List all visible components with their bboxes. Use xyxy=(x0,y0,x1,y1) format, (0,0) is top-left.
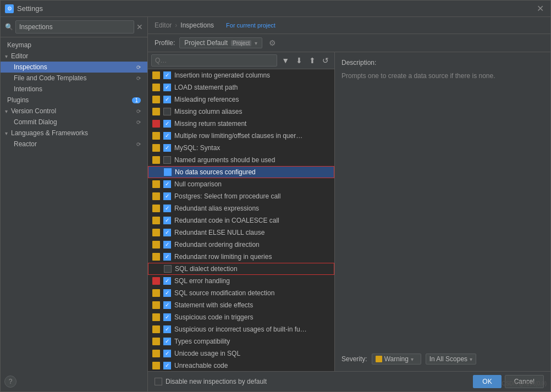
list-item[interactable]: ✓ Postgres: Select from procedure call xyxy=(148,190,334,202)
sidebar-item-reactor[interactable]: Reactor ⟳ xyxy=(1,139,147,150)
list-item[interactable]: ✓ Types compatibility xyxy=(148,335,334,347)
enabled-checkbox[interactable]: ✓ xyxy=(163,277,171,285)
help-button[interactable]: ? xyxy=(4,376,16,388)
severity-color-indicator xyxy=(152,180,160,188)
description-panel: Description: Prompts one to create a dat… xyxy=(335,52,550,371)
inspection-label: Postgres: Select from procedure call xyxy=(174,192,330,200)
expand-all-button[interactable]: ⬇ xyxy=(294,55,305,66)
inspection-label: LOAD statement path xyxy=(174,84,330,91)
enabled-checkbox[interactable]: ✓ xyxy=(163,205,171,212)
list-item[interactable]: ✓ Redundant ordering direction xyxy=(148,239,334,251)
enabled-checkbox[interactable]: ✓ xyxy=(163,132,171,140)
sidebar-item-plugins[interactable]: Plugins 1 xyxy=(1,95,147,106)
close-button[interactable]: ✕ xyxy=(535,3,546,14)
sync-icon: ⟳ xyxy=(136,64,141,70)
filter-button[interactable]: ▼ xyxy=(279,55,291,66)
reset-button[interactable]: ↺ xyxy=(320,55,331,66)
list-item[interactable]: ✓ SQL error handling xyxy=(148,275,334,287)
enabled-checkbox[interactable] xyxy=(164,265,172,273)
list-item[interactable]: ✓ Unicode usage in SQL xyxy=(148,347,334,360)
list-item[interactable]: ✓ Statement with side effects xyxy=(148,299,334,311)
sidebar-item-label: Intentions xyxy=(14,85,42,93)
sidebar-search-input[interactable] xyxy=(15,20,134,34)
sidebar-item-version-control[interactable]: ▾ Version Control ⟳ xyxy=(1,106,147,117)
breadcrumb: Editor › Inspections For current project xyxy=(148,17,550,34)
inspection-search-input[interactable] xyxy=(151,54,277,67)
sidebar-item-inspections[interactable]: Inspections ⟳ xyxy=(1,62,147,73)
enabled-checkbox[interactable]: ✓ xyxy=(163,96,171,103)
profile-dropdown[interactable]: Project Default Project ▾ xyxy=(179,37,262,48)
enabled-checkbox[interactable]: ✓ xyxy=(163,120,171,128)
sidebar-item-file-code-templates[interactable]: File and Code Templates ⟳ xyxy=(1,73,147,84)
enabled-checkbox[interactable]: ✓ xyxy=(163,325,171,333)
for-current-project-link[interactable]: For current project xyxy=(226,22,276,29)
list-item-highlighted[interactable]: No data sources configured xyxy=(148,166,334,178)
clear-search-icon[interactable]: ✕ xyxy=(136,23,143,31)
enabled-checkbox[interactable]: ✓ xyxy=(163,289,171,297)
enabled-checkbox[interactable]: ✓ xyxy=(163,180,171,188)
list-item[interactable]: ✓ Suspicious code in triggers xyxy=(148,311,334,323)
enabled-checkbox[interactable]: ✓ xyxy=(163,301,171,309)
scope-arrow-icon: ▾ xyxy=(470,356,472,362)
list-item[interactable]: ✓ Redundant alias expressions xyxy=(148,202,334,214)
enabled-checkbox[interactable]: ✓ xyxy=(163,144,171,152)
disable-new-inspections-checkbox[interactable] xyxy=(155,378,162,385)
severity-color-indicator xyxy=(152,229,160,236)
titlebar-left: ⚙ Settings xyxy=(5,4,43,13)
severity-dropdown[interactable]: Warning ▾ xyxy=(372,354,421,365)
list-item[interactable]: Named arguments should be used xyxy=(148,154,334,166)
inspection-label: SQL error handling xyxy=(174,277,330,285)
list-item[interactable]: ✓ Misleading references xyxy=(148,93,334,106)
description-text: Prompts one to create a data source if t… xyxy=(341,71,544,349)
list-item[interactable]: ✓ Redundant ELSE NULL clause xyxy=(148,227,334,239)
inspection-label: Suspicious or incorrect usages of built-… xyxy=(174,325,330,333)
inspection-label: Unicode usage in SQL xyxy=(174,350,330,357)
inspection-label: Suspicious code in triggers xyxy=(174,313,330,321)
enabled-checkbox[interactable]: ✓ xyxy=(163,338,171,345)
enabled-checkbox[interactable] xyxy=(164,168,172,176)
severity-color-indicator xyxy=(152,241,160,249)
list-item[interactable]: ✓ Redundant row limiting in queries xyxy=(148,251,334,263)
sidebar-search-bar: 🔍 ✕ xyxy=(1,17,147,37)
list-item-highlighted2[interactable]: SQL dialect detection xyxy=(148,263,334,275)
list-item[interactable]: ✓ MySQL: Syntax xyxy=(148,142,334,154)
list-item[interactable]: ✓ Redundant code in COALESCE call xyxy=(148,214,334,227)
sidebar-item-label: Editor xyxy=(11,52,28,60)
list-item[interactable]: ✓ Null comparison xyxy=(148,178,334,190)
list-item[interactable]: ✓ Multiple row limiting/offset clauses i… xyxy=(148,130,334,142)
collapse-all-button[interactable]: ⬆ xyxy=(307,55,318,66)
gear-button[interactable]: ⚙ xyxy=(267,37,278,48)
list-item[interactable]: ✓ Suspicious or incorrect usages of buil… xyxy=(148,323,334,335)
enabled-checkbox[interactable] xyxy=(163,156,171,164)
enabled-checkbox[interactable]: ✓ xyxy=(163,84,171,91)
scope-dropdown[interactable]: In All Scopes ▾ xyxy=(426,354,476,365)
enabled-checkbox[interactable]: ✓ xyxy=(163,253,171,261)
enabled-checkbox[interactable]: ✓ xyxy=(163,192,171,200)
list-item[interactable]: ✓ Missing return statement xyxy=(148,118,334,130)
ok-button[interactable]: OK xyxy=(473,375,501,388)
sidebar-item-intentions[interactable]: Intentions xyxy=(1,84,147,95)
enabled-checkbox[interactable]: ✓ xyxy=(163,313,171,321)
bottom-bar: Disable new inspections by default OK Ca… xyxy=(148,371,550,391)
sidebar-item-languages-frameworks[interactable]: ▾ Languages & Frameworks xyxy=(1,128,147,139)
enabled-checkbox[interactable]: ✓ xyxy=(163,217,171,224)
breadcrumb-editor[interactable]: Editor xyxy=(155,21,172,29)
list-item[interactable]: ✓ SQL source modification detection xyxy=(148,287,334,299)
sidebar-item-keymap[interactable]: Keymap xyxy=(1,40,147,51)
main-panel: Editor › Inspections For current project… xyxy=(148,17,550,391)
enabled-checkbox[interactable] xyxy=(163,108,171,115)
sidebar-item-label: Version Control xyxy=(11,107,56,115)
enabled-checkbox[interactable]: ✓ xyxy=(163,71,171,79)
enabled-checkbox[interactable]: ✓ xyxy=(163,350,171,357)
list-item[interactable]: ✓ LOAD statement path xyxy=(148,81,334,93)
sidebar-item-commit-dialog[interactable]: Commit Dialog ⟳ xyxy=(1,117,147,128)
list-item[interactable]: Missing column aliases xyxy=(148,106,334,118)
list-item[interactable]: ✓ Insertion into generated columns xyxy=(148,69,334,81)
enabled-checkbox[interactable]: ✓ xyxy=(163,229,171,236)
enabled-checkbox[interactable]: ✓ xyxy=(163,241,171,249)
sidebar-item-editor[interactable]: ▾ Editor xyxy=(1,51,147,62)
enabled-checkbox[interactable]: ✓ xyxy=(163,362,171,369)
sidebar-item-label: Languages & Frameworks xyxy=(11,129,88,137)
list-item[interactable]: ✓ Unreachable code xyxy=(148,360,334,371)
expand-arrow-vc-icon: ▾ xyxy=(5,108,8,114)
